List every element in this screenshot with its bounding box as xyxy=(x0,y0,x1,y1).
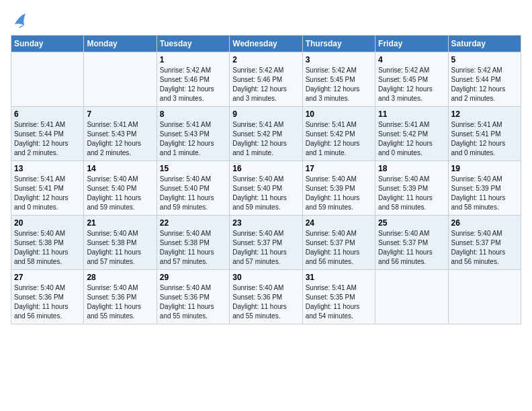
day-info: Sunrise: 5:40 AMSunset: 5:37 PMDaylight:… xyxy=(232,229,299,267)
calendar-week-row: 27Sunrise: 5:40 AMSunset: 5:36 PMDayligh… xyxy=(11,270,521,324)
calendar-cell: 22Sunrise: 5:40 AMSunset: 5:38 PMDayligh… xyxy=(157,216,229,270)
calendar-cell: 13Sunrise: 5:41 AMSunset: 5:41 PMDayligh… xyxy=(11,161,84,216)
day-number: 13 xyxy=(14,164,81,173)
day-info: Sunrise: 5:41 AMSunset: 5:42 PMDaylight:… xyxy=(378,120,445,158)
day-info: Sunrise: 5:40 AMSunset: 5:37 PMDaylight:… xyxy=(378,229,445,267)
day-info: Sunrise: 5:40 AMSunset: 5:36 PMDaylight:… xyxy=(232,283,299,321)
day-info: Sunrise: 5:40 AMSunset: 5:37 PMDaylight:… xyxy=(306,229,372,267)
day-number: 2 xyxy=(232,55,299,64)
day-number: 27 xyxy=(14,273,81,282)
calendar-cell: 1Sunrise: 5:42 AMSunset: 5:46 PMDaylight… xyxy=(157,52,229,107)
day-info: Sunrise: 5:40 AMSunset: 5:37 PMDaylight:… xyxy=(451,229,518,267)
day-number: 21 xyxy=(87,218,153,228)
calendar-cell: 15Sunrise: 5:40 AMSunset: 5:40 PMDayligh… xyxy=(157,161,229,216)
day-number: 9 xyxy=(232,109,299,119)
weekday-header: Monday xyxy=(84,36,157,52)
calendar-cell: 19Sunrise: 5:40 AMSunset: 5:39 PMDayligh… xyxy=(448,161,521,216)
calendar-cell: 9Sunrise: 5:41 AMSunset: 5:42 PMDaylight… xyxy=(230,107,302,161)
day-number: 6 xyxy=(14,109,81,119)
calendar-cell: 4Sunrise: 5:42 AMSunset: 5:45 PMDaylight… xyxy=(375,52,448,107)
day-number: 28 xyxy=(87,273,153,282)
day-info: Sunrise: 5:41 AMSunset: 5:43 PMDaylight:… xyxy=(160,120,226,158)
weekday-header: Tuesday xyxy=(157,36,229,52)
day-info: Sunrise: 5:40 AMSunset: 5:40 PMDaylight:… xyxy=(232,175,299,212)
day-info: Sunrise: 5:42 AMSunset: 5:46 PMDaylight:… xyxy=(232,66,299,103)
calendar-cell xyxy=(11,52,84,107)
calendar-week-row: 20Sunrise: 5:40 AMSunset: 5:38 PMDayligh… xyxy=(11,216,521,270)
day-info: Sunrise: 5:41 AMSunset: 5:42 PMDaylight:… xyxy=(232,120,299,158)
calendar-table: SundayMondayTuesdayWednesdayThursdayFrid… xyxy=(11,35,521,324)
day-info: Sunrise: 5:41 AMSunset: 5:35 PMDaylight:… xyxy=(306,283,372,321)
day-info: Sunrise: 5:40 AMSunset: 5:36 PMDaylight:… xyxy=(160,283,226,321)
calendar-cell: 27Sunrise: 5:40 AMSunset: 5:36 PMDayligh… xyxy=(11,270,84,324)
calendar-cell: 30Sunrise: 5:40 AMSunset: 5:36 PMDayligh… xyxy=(230,270,302,324)
day-number: 20 xyxy=(14,218,81,228)
day-info: Sunrise: 5:42 AMSunset: 5:45 PMDaylight:… xyxy=(306,66,372,103)
day-number: 23 xyxy=(232,218,299,228)
day-info: Sunrise: 5:41 AMSunset: 5:41 PMDaylight:… xyxy=(14,175,81,212)
day-number: 7 xyxy=(87,109,153,119)
day-info: Sunrise: 5:41 AMSunset: 5:42 PMDaylight:… xyxy=(306,120,372,158)
day-number: 1 xyxy=(160,55,226,64)
calendar-week-row: 6Sunrise: 5:41 AMSunset: 5:44 PMDaylight… xyxy=(11,107,521,161)
calendar-cell: 2Sunrise: 5:42 AMSunset: 5:46 PMDaylight… xyxy=(230,52,302,107)
day-number: 3 xyxy=(306,55,372,64)
day-info: Sunrise: 5:42 AMSunset: 5:45 PMDaylight:… xyxy=(378,66,445,103)
calendar-cell: 14Sunrise: 5:40 AMSunset: 5:40 PMDayligh… xyxy=(84,161,157,216)
calendar-cell: 7Sunrise: 5:41 AMSunset: 5:43 PMDaylight… xyxy=(84,107,157,161)
day-number: 22 xyxy=(160,218,226,228)
day-info: Sunrise: 5:40 AMSunset: 5:38 PMDaylight:… xyxy=(14,229,81,267)
day-info: Sunrise: 5:40 AMSunset: 5:39 PMDaylight:… xyxy=(451,175,518,212)
calendar-cell xyxy=(84,52,157,107)
day-number: 4 xyxy=(378,55,445,64)
calendar-cell: 3Sunrise: 5:42 AMSunset: 5:45 PMDaylight… xyxy=(302,52,375,107)
day-number: 30 xyxy=(232,273,299,282)
day-number: 26 xyxy=(451,218,518,228)
day-number: 5 xyxy=(451,55,518,64)
day-info: Sunrise: 5:42 AMSunset: 5:46 PMDaylight:… xyxy=(160,66,226,103)
calendar-cell: 26Sunrise: 5:40 AMSunset: 5:37 PMDayligh… xyxy=(448,216,521,270)
day-info: Sunrise: 5:40 AMSunset: 5:38 PMDaylight:… xyxy=(160,229,226,267)
weekday-header: Thursday xyxy=(302,36,375,52)
calendar-cell: 21Sunrise: 5:40 AMSunset: 5:38 PMDayligh… xyxy=(84,216,157,270)
day-number: 24 xyxy=(306,218,372,228)
calendar-cell: 25Sunrise: 5:40 AMSunset: 5:37 PMDayligh… xyxy=(375,216,448,270)
calendar-cell: 29Sunrise: 5:40 AMSunset: 5:36 PMDayligh… xyxy=(157,270,229,324)
day-info: Sunrise: 5:40 AMSunset: 5:38 PMDaylight:… xyxy=(87,229,153,267)
logo xyxy=(11,11,27,30)
weekday-header-row: SundayMondayTuesdayWednesdayThursdayFrid… xyxy=(11,36,521,52)
calendar-cell: 20Sunrise: 5:40 AMSunset: 5:38 PMDayligh… xyxy=(11,216,84,270)
calendar-cell: 23Sunrise: 5:40 AMSunset: 5:37 PMDayligh… xyxy=(230,216,302,270)
calendar-week-row: 13Sunrise: 5:41 AMSunset: 5:41 PMDayligh… xyxy=(11,161,521,216)
calendar-cell: 8Sunrise: 5:41 AMSunset: 5:43 PMDaylight… xyxy=(157,107,229,161)
calendar-cell: 31Sunrise: 5:41 AMSunset: 5:35 PMDayligh… xyxy=(302,270,375,324)
calendar-cell: 17Sunrise: 5:40 AMSunset: 5:39 PMDayligh… xyxy=(302,161,375,216)
day-info: Sunrise: 5:41 AMSunset: 5:43 PMDaylight:… xyxy=(87,120,153,158)
calendar-cell: 11Sunrise: 5:41 AMSunset: 5:42 PMDayligh… xyxy=(375,107,448,161)
day-info: Sunrise: 5:42 AMSunset: 5:44 PMDaylight:… xyxy=(451,66,518,103)
day-info: Sunrise: 5:41 AMSunset: 5:44 PMDaylight:… xyxy=(14,120,81,158)
calendar-cell: 28Sunrise: 5:40 AMSunset: 5:36 PMDayligh… xyxy=(84,270,157,324)
calendar-cell: 6Sunrise: 5:41 AMSunset: 5:44 PMDaylight… xyxy=(11,107,84,161)
calendar-week-row: 1Sunrise: 5:42 AMSunset: 5:46 PMDaylight… xyxy=(11,52,521,107)
weekday-header: Wednesday xyxy=(230,36,302,52)
calendar-cell xyxy=(375,270,448,324)
day-number: 29 xyxy=(160,273,226,282)
weekday-header: Sunday xyxy=(11,36,84,52)
day-number: 25 xyxy=(378,218,445,228)
day-number: 19 xyxy=(451,164,518,173)
calendar-cell: 18Sunrise: 5:40 AMSunset: 5:39 PMDayligh… xyxy=(375,161,448,216)
day-info: Sunrise: 5:40 AMSunset: 5:40 PMDaylight:… xyxy=(87,175,153,212)
day-number: 14 xyxy=(87,164,153,173)
weekday-header: Friday xyxy=(375,36,448,52)
day-number: 10 xyxy=(306,109,372,119)
calendar-cell: 24Sunrise: 5:40 AMSunset: 5:37 PMDayligh… xyxy=(302,216,375,270)
calendar-cell: 10Sunrise: 5:41 AMSunset: 5:42 PMDayligh… xyxy=(302,107,375,161)
day-number: 17 xyxy=(306,164,372,173)
page-header xyxy=(11,11,521,30)
day-number: 11 xyxy=(378,109,445,119)
day-number: 8 xyxy=(160,109,226,119)
day-info: Sunrise: 5:40 AMSunset: 5:40 PMDaylight:… xyxy=(160,175,226,212)
calendar-cell: 16Sunrise: 5:40 AMSunset: 5:40 PMDayligh… xyxy=(230,161,302,216)
day-info: Sunrise: 5:40 AMSunset: 5:36 PMDaylight:… xyxy=(87,283,153,321)
